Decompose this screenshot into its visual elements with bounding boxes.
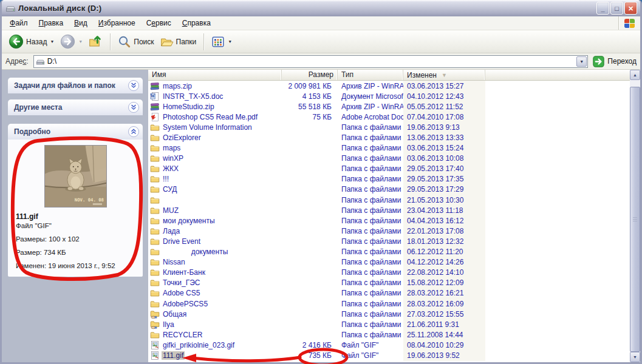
chevron-up-icon[interactable] [128,126,139,137]
menu-item[interactable]: Правка [33,17,69,29]
file-name[interactable]: Клиент-Банк [162,268,207,277]
file-name[interactable]: Лада [162,227,181,235]
vertical-scrollbar[interactable]: ▲ ▼ [630,70,640,362]
file-name[interactable]: AdobePSCS5 [162,300,209,308]
file-name[interactable]: СУД [162,185,178,194]
main-area: Задачи для файлов и папок Другие места [2,70,640,362]
menu-item[interactable]: Избранное [93,17,141,29]
menu-item[interactable]: Сервис [141,17,177,29]
file-row[interactable]: gifki_prikiolnie_023.gif2 416 КБФайл "GI… [148,340,630,350]
file-row[interactable]: winXPПапка с файлами03.06.2013 10:08 [148,153,630,164]
maximize-button[interactable]: □ [610,2,623,15]
scroll-track[interactable] [630,80,640,87]
file-row[interactable]: документыПапка с файлами06.12.2012 11:20 [148,247,630,257]
file-name[interactable]: Ilya [162,320,176,329]
file-name[interactable]: RECYCLER [162,331,203,339]
views-dropdown-caret[interactable]: ▼ [228,39,232,44]
scroll-up-button[interactable]: ▲ [630,70,640,80]
file-row[interactable]: Photoshop CS5 Read Me.pdf75 КБAdobe Acro… [148,112,630,122]
file-row[interactable]: WINSTR_TX-X5.doc4 153 КБДокумент Microso… [148,91,630,101]
file-name[interactable]: Точки_ГЭС [162,278,201,287]
file-name[interactable]: Adobe CS5 [162,289,201,297]
file-row[interactable]: Adobe CS5Папка с файлами28.03.2012 16:21 [148,288,630,298]
file-row[interactable]: мои документыПапка с файлами04.04.2013 1… [148,215,630,226]
titlebar[interactable]: Локальный диск (D:) _ □ ✕ [2,0,640,16]
back-dropdown-caret[interactable]: ▼ [50,39,54,44]
file-row[interactable]: ЛадаПапка с файлами22.01.2013 17:08 [148,226,630,236]
menu-item[interactable]: Файл [4,17,33,29]
scroll-thumb[interactable] [630,87,640,352]
address-input[interactable]: D:\ ▼ [33,55,589,68]
file-row[interactable]: maps.zip2 009 981 КБАрхив ZIP - WinRAR03… [148,81,630,91]
file-name[interactable]: документы [162,248,229,256]
forward-button[interactable]: ▼ [57,32,86,51]
file-row[interactable]: !!!Папка с файлами29.05.2013 17:35 [148,174,630,184]
folder-shared-icon [150,309,160,319]
file-name[interactable]: OziExplorer [162,133,202,142]
file-name[interactable]: Общая [162,310,188,318]
back-button[interactable]: Назад ▼ [5,32,57,51]
column-header-size[interactable]: Размер [282,70,338,80]
file-row[interactable]: MUZПапка с файлами23.04.2013 11:18 [148,205,630,215]
file-name[interactable]: System Volume Information [162,123,253,132]
minimize-button[interactable]: _ [596,2,609,15]
file-name[interactable]: мои документы [162,217,216,225]
file-row[interactable]: Папка с файлами21.05.2013 10:30 [148,195,630,205]
file-row[interactable]: СУДПапка с файлами29.05.2013 17:29 [148,184,630,195]
file-name[interactable]: maps [162,144,182,152]
panel-header-details[interactable]: Подробно [8,124,143,140]
file-row[interactable]: ОбщаяПапка с файлами27.03.2012 15:55 [148,309,630,319]
go-button[interactable]: Переход [593,56,637,67]
file-row[interactable]: System Volume InformationПапка с файлами… [148,122,630,132]
chevron-down-icon[interactable] [128,102,139,113]
column-header-name[interactable]: Имя [148,70,282,80]
folder-icon [150,226,160,236]
views-button[interactable]: ▼ [208,33,235,50]
file-row[interactable]: ЖКХПапка с файлами29.05.2013 17:40 [148,164,630,174]
file-name[interactable]: ЖКХ [162,164,180,173]
file-name[interactable]: maps.zip [162,82,193,90]
file-name[interactable]: Photoshop CS5 Read Me.pdf [162,113,259,121]
file-row[interactable]: HomeStudio.zip55 518 КБАрхив ZIP - WinRA… [148,101,630,112]
file-row[interactable]: mapsПапка с файлами03.06.2013 15:24 [148,143,630,153]
menu-item[interactable]: Вид [69,17,93,29]
search-button[interactable]: Поиск [115,33,157,50]
column-header-type[interactable]: Тип [338,70,403,80]
file-name[interactable]: 111.gif [162,351,185,360]
file-name[interactable]: INSTR_TX-X5.doc [162,92,224,101]
file-row[interactable]: Точки_ГЭСПапка с файлами15.08.2012 12:09 [148,278,630,288]
file-name[interactable]: !!! [162,175,170,183]
close-button[interactable]: ✕ [624,2,637,15]
file-name[interactable]: HomeStudio.zip [162,103,216,111]
file-name[interactable]: Drive Event [162,237,202,246]
file-row[interactable]: IlyaПапка с файлами21.06.2011 9:31 [148,319,630,329]
file-type: Архив ZIP - WinRAR [338,103,403,111]
scroll-down-button[interactable]: ▼ [630,352,640,362]
file-name-cell: Точки_ГЭС [148,278,282,288]
chevron-down-icon[interactable] [128,80,139,91]
folder-icon [150,288,160,298]
file-name[interactable]: Nissan [162,258,186,266]
file-row[interactable]: Клиент-БанкПапка с файлами22.08.2012 14:… [148,268,630,278]
window-title: Локальный диск (D:) [18,4,595,13]
file-name[interactable]: gifki_prikiolnie_023.gif [162,341,236,349]
column-header-modified[interactable]: Изменен ▼ [403,70,485,80]
folders-button[interactable]: Папки [157,33,200,50]
file-row[interactable]: RECYCLERПапка с файлами25.11.2008 14:44 [148,329,630,340]
file-row[interactable]: Drive EventПапка с файлами18.01.2013 12:… [148,236,630,246]
file-row[interactable]: AdobePSCS5Папка с файлами28.03.2012 16:0… [148,298,630,309]
address-dropdown-button[interactable]: ▼ [576,56,587,67]
panel-header-file-tasks[interactable]: Задачи для файлов и папок [8,78,143,93]
folder-icon [150,257,160,267]
file-name[interactable]: MUZ [162,206,180,215]
windows-flag-icon [624,19,635,28]
file-row[interactable]: OziExplorerПапка с файлами13.06.2013 13:… [148,132,630,143]
file-size: 2 416 КБ [282,341,338,349]
up-button[interactable] [86,33,106,50]
menu-item[interactable]: Справка [177,17,216,29]
panel-header-other-places[interactable]: Другие места [8,99,143,115]
file-name[interactable]: winXP [162,154,185,163]
file-name-cell: gifki_prikiolnie_023.gif [148,340,282,350]
file-row[interactable]: 111.gif735 КБФайл "GIF"19.06.2013 9:52 [148,350,630,360]
file-row[interactable]: NissanПапка с файлами04.12.2012 14:26 [148,257,630,268]
